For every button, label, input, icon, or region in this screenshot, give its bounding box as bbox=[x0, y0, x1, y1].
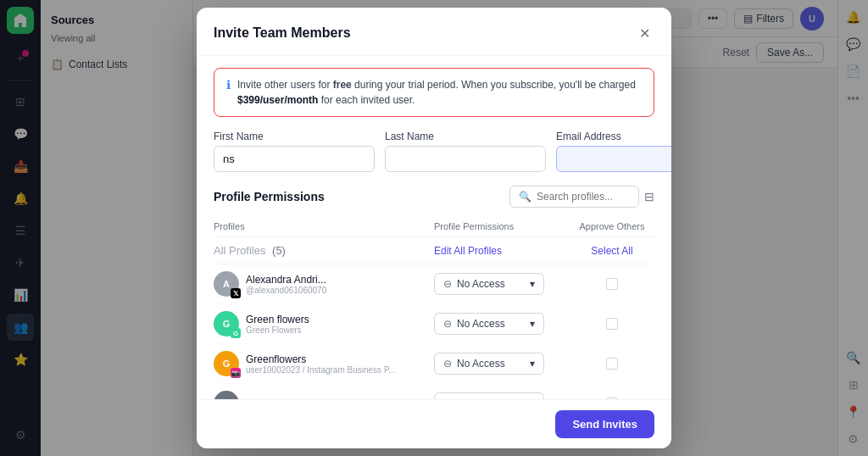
perm-select-wrap-2: ⊖ No Access ▾ bbox=[434, 353, 570, 375]
edit-all-profiles-link[interactable]: Edit All Profiles bbox=[434, 245, 570, 257]
permissions-header: Profile Permissions 🔍 ⊟ bbox=[214, 186, 654, 208]
email-input[interactable] bbox=[556, 146, 671, 172]
invite-modal: Invite Team Members ✕ ℹ Invite other use… bbox=[197, 8, 671, 448]
perm-name-2: Greenflowers bbox=[246, 353, 396, 365]
perm-handle-2: user10002023 / Instagram Business P... bbox=[246, 365, 396, 375]
all-profiles-label: All Profiles (5) bbox=[214, 244, 434, 257]
permissions-table: Profiles Profile Permissions Approve Oth… bbox=[214, 218, 654, 399]
permissions-filter-icon[interactable]: ⊟ bbox=[644, 190, 654, 203]
permissions-table-header: Profiles Profile Permissions Approve Oth… bbox=[214, 218, 654, 237]
perm-name-1: Green flowers bbox=[246, 314, 309, 325]
perm-select-2[interactable]: ⊖ No Access ▾ bbox=[434, 353, 544, 375]
chevron-down-icon-1: ▾ bbox=[530, 318, 535, 330]
col-permissions-header: Profile Permissions bbox=[434, 221, 570, 231]
info-banner-text: Invite other users for free during your … bbox=[237, 77, 642, 108]
chevron-down-icon-0: ▾ bbox=[530, 278, 535, 290]
info-text-before: Invite other users for bbox=[237, 79, 333, 91]
search-profiles-icon: 🔍 bbox=[519, 191, 531, 203]
info-free-text: free bbox=[333, 79, 352, 91]
perm-avatar-3: a 𝕏 bbox=[214, 391, 239, 399]
last-name-input[interactable] bbox=[385, 146, 546, 172]
modal-body: ℹ Invite other users for free during you… bbox=[197, 56, 671, 399]
perm-name-0: Alexandra Andri... bbox=[246, 274, 326, 286]
all-profiles-row: All Profiles (5) Edit All Profiles Selec… bbox=[214, 237, 654, 264]
info-icon: ℹ bbox=[226, 78, 231, 92]
perm-select-1[interactable]: ⊖ No Access ▾ bbox=[434, 313, 544, 335]
info-banner: ℹ Invite other users for free during you… bbox=[214, 68, 654, 117]
profile-perm-row-1: G G Green flowers Green Flowers ⊖ bbox=[214, 304, 654, 344]
first-name-input[interactable] bbox=[214, 146, 375, 172]
perm-checkbox-wrap-0 bbox=[570, 278, 654, 290]
no-access-icon-2: ⊖ bbox=[443, 358, 452, 370]
perm-avatar-0: A 𝕏 bbox=[214, 271, 239, 297]
profile-perm-info-0: A 𝕏 Alexandra Andri... @alexand061060070 bbox=[214, 271, 434, 297]
perm-name-col-2: Greenflowers user10002023 / Instagram Bu… bbox=[246, 353, 396, 375]
chevron-down-icon-2: ▾ bbox=[530, 358, 535, 370]
platform-badge-0: 𝕏 bbox=[231, 288, 241, 298]
search-profiles-input[interactable] bbox=[537, 191, 630, 203]
platform-badge-2: 📷 bbox=[231, 368, 241, 378]
info-price-text: $399/user/month bbox=[237, 94, 318, 106]
last-name-label: Last Name bbox=[385, 131, 546, 142]
platform-badge-1: G bbox=[231, 328, 241, 338]
info-text-middle: during your trial period. When you subsc… bbox=[352, 79, 636, 91]
perm-handle-0: @alexand061060070 bbox=[246, 286, 326, 295]
search-profiles-box[interactable]: 🔍 bbox=[509, 186, 639, 208]
perm-checkbox-wrap-2 bbox=[570, 358, 654, 370]
perm-name-col-0: Alexandra Andri... @alexand061060070 bbox=[246, 274, 326, 295]
info-text-after: for each invited user. bbox=[318, 94, 415, 106]
col-profiles-header: Profiles bbox=[214, 221, 434, 231]
perm-avatar-2: G 📷 bbox=[214, 351, 239, 376]
first-name-group: First Name bbox=[214, 131, 375, 172]
no-access-icon-1: ⊖ bbox=[443, 318, 452, 330]
col-approve-header: Approve Others bbox=[570, 221, 654, 231]
profile-perm-info-2: G 📷 Greenflowers user10002023 / Instagra… bbox=[214, 351, 434, 376]
modal-overlay: Invite Team Members ✕ ℹ Invite other use… bbox=[0, 0, 868, 456]
perm-select-text-1: No Access bbox=[457, 318, 525, 330]
perm-handle-1: Green Flowers bbox=[246, 325, 309, 335]
perm-select-text-2: No Access bbox=[457, 358, 525, 370]
perm-select-wrap-0: ⊖ No Access ▾ bbox=[434, 273, 570, 295]
all-profiles-count: (5) bbox=[272, 244, 286, 257]
profile-perm-info-1: G G Green flowers Green Flowers bbox=[214, 311, 434, 336]
perm-select-3[interactable]: ⊖ No Access ▾ bbox=[434, 392, 544, 399]
perm-select-0[interactable]: ⊖ No Access ▾ bbox=[434, 273, 544, 295]
modal-footer: Send Invites bbox=[197, 399, 671, 448]
profile-perm-info-3: a 𝕏 alexandhandri... bbox=[214, 391, 434, 399]
perm-avatar-1: G G bbox=[214, 311, 239, 336]
send-invites-button[interactable]: Send Invites bbox=[555, 410, 654, 438]
no-access-icon-0: ⊖ bbox=[443, 278, 452, 290]
email-label: Email Address bbox=[556, 131, 671, 142]
select-all-link[interactable]: Select All bbox=[570, 245, 654, 257]
perm-checkbox-1[interactable] bbox=[606, 318, 618, 330]
perm-name-col-1: Green flowers Green Flowers bbox=[246, 314, 309, 335]
perm-select-text-0: No Access bbox=[457, 278, 525, 290]
perm-select-wrap-3: ⊖ No Access ▾ bbox=[434, 392, 570, 399]
profile-perm-row-3: a 𝕏 alexandhandri... ⊖ No Access bbox=[214, 384, 654, 399]
perm-checkbox-2[interactable] bbox=[606, 358, 618, 370]
perm-checkbox-wrap-1 bbox=[570, 318, 654, 330]
first-name-label: First Name bbox=[214, 131, 375, 142]
app-layout: ＋ ⊞ 💬 📥 🔔 ☰ ✈ 📊 👥 ⭐ ⚙ Sources Viewing al… bbox=[0, 0, 868, 456]
profile-perm-row-2: G 📷 Greenflowers user10002023 / Instagra… bbox=[214, 344, 654, 384]
perm-checkbox-0[interactable] bbox=[606, 278, 618, 290]
perm-select-wrap-1: ⊖ No Access ▾ bbox=[434, 313, 570, 335]
email-group: Email Address bbox=[556, 131, 671, 172]
permissions-title: Profile Permissions bbox=[214, 190, 509, 203]
modal-header: Invite Team Members ✕ bbox=[197, 8, 671, 56]
last-name-group: Last Name bbox=[385, 131, 546, 172]
invite-form-row: First Name Last Name Email Address + Add bbox=[214, 131, 654, 172]
modal-title: Invite Team Members bbox=[214, 25, 634, 41]
modal-close-button[interactable]: ✕ bbox=[634, 23, 654, 43]
profile-perm-row-0: A 𝕏 Alexandra Andri... @alexand061060070… bbox=[214, 264, 654, 304]
